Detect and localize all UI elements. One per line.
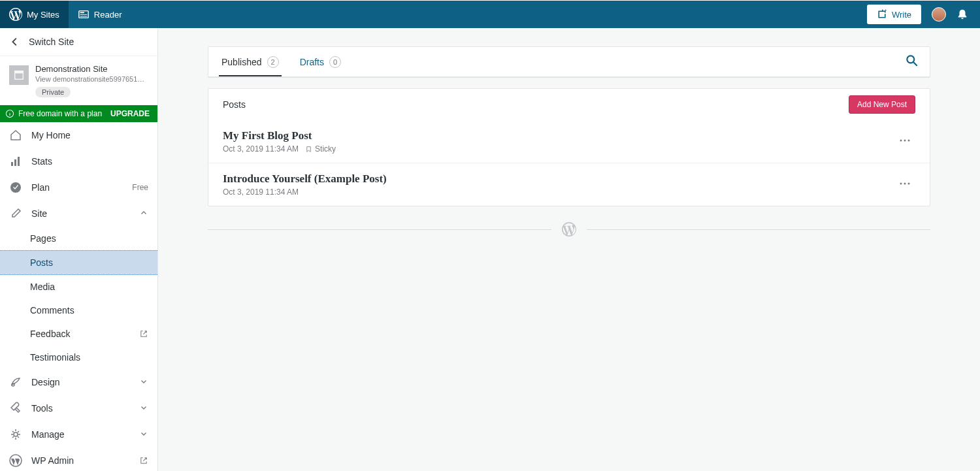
switch-site-button[interactable]: Switch Site <box>0 28 157 56</box>
write-button[interactable]: Write <box>867 5 921 24</box>
site-thumb-icon <box>13 69 25 81</box>
sidebar-item-manage[interactable]: Manage <box>0 421 157 447</box>
sidebar-item-my-home[interactable]: My Home <box>0 122 157 148</box>
posts-list: My First Blog Post Oct 3, 2019 11:34 AM … <box>208 120 930 206</box>
upgrade-banner[interactable]: Free domain with a plan UPGRADE <box>0 105 157 122</box>
site-thumbnail <box>9 65 29 85</box>
notifications-icon[interactable] <box>956 8 968 20</box>
reader-tab[interactable]: Reader <box>69 1 131 28</box>
sidebar-item-media[interactable]: Media <box>0 275 157 299</box>
divider-line <box>208 229 551 230</box>
sidebar-item-label: My Home <box>31 130 148 140</box>
write-icon <box>877 9 887 20</box>
upgrade-message: Free domain with a plan <box>18 109 102 118</box>
sidebar-item-label: Feedback <box>30 329 130 339</box>
sidebar-item-label: Design <box>31 377 130 387</box>
tab-drafts[interactable]: Drafts 0 <box>297 47 344 76</box>
post-title: My First Blog Post <box>223 129 336 142</box>
sidebar-item-label: Plan <box>31 182 123 193</box>
svg-rect-3 <box>80 16 87 17</box>
wordpress-logo-icon <box>9 8 22 21</box>
sidebar-item-tools[interactable]: Tools <box>0 395 157 421</box>
svg-rect-10 <box>14 159 16 166</box>
gear-icon <box>9 428 22 441</box>
svg-point-18 <box>900 140 902 142</box>
post-row[interactable]: Introduce Yourself (Example Post) Oct 3,… <box>208 163 930 206</box>
plan-meta: Free <box>132 183 148 192</box>
svg-rect-1 <box>80 12 84 13</box>
tab-published[interactable]: Published 2 <box>219 47 282 76</box>
posts-header: Posts Add New Post <box>208 89 930 120</box>
stats-icon <box>9 155 22 168</box>
svg-point-21 <box>900 183 902 185</box>
site-info: Demonstration Site View demonstrationsit… <box>35 64 148 97</box>
tools-icon <box>9 402 22 415</box>
edit-icon <box>9 207 22 220</box>
wordpress-footer-icon <box>562 222 576 236</box>
sidebar-item-label: Pages <box>30 233 148 244</box>
sidebar-item-site[interactable]: Site <box>0 201 157 227</box>
tab-count: 0 <box>329 56 341 68</box>
tab-label: Drafts <box>300 57 324 67</box>
external-link-icon <box>139 329 148 338</box>
footer-divider <box>208 222 930 236</box>
chevron-up-icon <box>139 208 148 219</box>
sidebar-item-stats[interactable]: Stats <box>0 148 157 174</box>
sidebar-item-label: Posts <box>30 257 148 268</box>
svg-rect-2 <box>80 14 87 15</box>
info-icon <box>5 109 14 118</box>
sidebar-item-plan[interactable]: Plan Free <box>0 174 157 201</box>
my-sites-tab[interactable]: My Sites <box>0 1 69 28</box>
svg-point-20 <box>908 140 910 142</box>
svg-point-22 <box>904 183 906 185</box>
more-icon <box>898 134 911 147</box>
site-card[interactable]: Demonstration Site View demonstrationsit… <box>0 56 157 105</box>
write-label: Write <box>892 10 911 20</box>
sidebar-item-comments[interactable]: Comments <box>0 299 157 322</box>
sidebar-item-label: WP Admin <box>31 455 130 466</box>
post-row[interactable]: My First Blog Post Oct 3, 2019 11:34 AM … <box>208 120 930 163</box>
main-content: Published 2 Drafts 0 Posts Add New Post <box>158 28 980 471</box>
tabs: Published 2 Drafts 0 <box>208 47 930 77</box>
sidebar: Switch Site Demonstration Site View demo… <box>0 28 158 471</box>
plan-icon <box>9 181 22 194</box>
avatar[interactable] <box>932 7 946 22</box>
posts-title: Posts <box>223 99 246 110</box>
add-new-post-button[interactable]: Add New Post <box>849 95 915 114</box>
search-icon <box>905 54 919 68</box>
my-sites-label: My Sites <box>27 10 59 20</box>
home-icon <box>9 129 22 142</box>
masterbar-right: Write <box>867 5 980 24</box>
post-meta: Oct 3, 2019 11:34 AM Sticky <box>223 144 336 154</box>
sidebar-item-feedback[interactable]: Feedback <box>0 322 157 346</box>
chevron-down-icon <box>139 377 148 388</box>
sidebar-item-label: Stats <box>31 156 148 167</box>
post-more-button[interactable] <box>894 173 915 196</box>
post-date: Oct 3, 2019 11:34 AM <box>223 144 299 154</box>
wordpress-icon <box>9 454 22 467</box>
sidebar-item-posts[interactable]: Posts <box>0 250 157 275</box>
sidebar-item-label: Media <box>30 282 148 292</box>
site-submenu: Pages Posts Media Comments Feedback Test… <box>0 227 157 369</box>
post-more-button[interactable] <box>894 130 915 153</box>
sidebar-item-label: Comments <box>30 305 148 316</box>
sidebar-item-wp-admin[interactable]: WP Admin <box>0 447 157 471</box>
masterbar: My Sites Reader Write <box>0 0 980 28</box>
upgrade-button[interactable]: UPGRADE <box>110 109 150 118</box>
svg-rect-5 <box>15 71 24 74</box>
sidebar-item-design[interactable]: Design <box>0 369 157 395</box>
sidebar-item-label: Testimonials <box>30 352 148 363</box>
search-button[interactable] <box>905 54 919 70</box>
masterbar-left: My Sites Reader <box>0 1 131 28</box>
svg-rect-9 <box>11 162 13 166</box>
site-view-link: View demonstrationsite599765121.v <box>35 75 148 83</box>
tab-count: 2 <box>267 56 279 68</box>
sidebar-item-testimonials[interactable]: Testimonials <box>0 346 157 369</box>
chevron-down-icon <box>139 429 148 440</box>
sidebar-item-label: Tools <box>31 403 130 414</box>
more-icon <box>898 177 911 190</box>
post-info: Introduce Yourself (Example Post) Oct 3,… <box>223 172 387 197</box>
sidebar-item-pages[interactable]: Pages <box>0 227 157 250</box>
sidebar-item-label: Site <box>31 208 130 219</box>
site-title: Demonstration Site <box>35 64 148 74</box>
